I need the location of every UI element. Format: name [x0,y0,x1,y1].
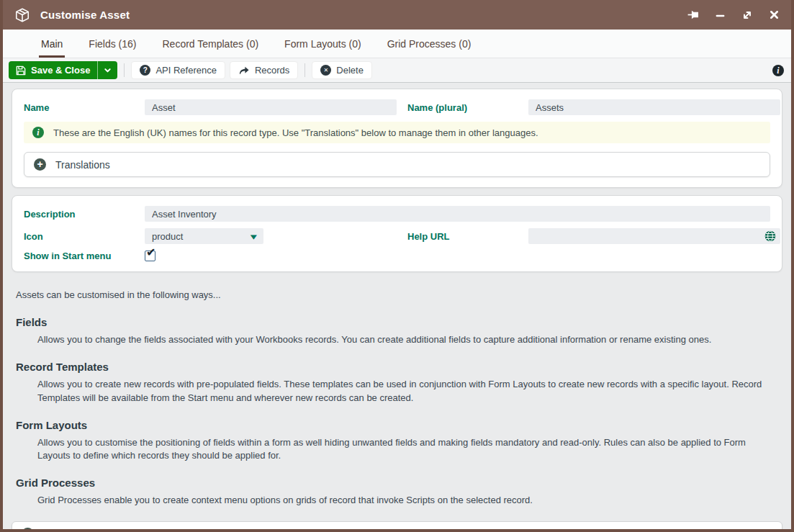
section-text: Allows you to customise the positioning … [37,436,762,464]
toolbar-separator [124,63,125,77]
close-icon[interactable] [769,9,780,20]
section-heading: Grid Processes [16,477,762,489]
description-row: Description [24,206,770,222]
section-record-templates: Record Templates Allows you to create ne… [16,361,762,405]
tab-grid-processes[interactable]: Grid Processes (0) [385,32,474,58]
records-label: Records [255,65,289,76]
section-text: Allows you to change the fields associat… [37,333,762,347]
icon-select[interactable]: product ▾ [145,228,263,244]
name-plural-input[interactable] [528,99,780,115]
icon-select-value: product [152,231,183,242]
name-plural-label: Name (plural) [407,102,528,113]
section-heading: Record Templates [16,361,762,373]
intro-text: Assets can be customised in the followin… [16,289,762,300]
delete-x-icon: ✕ [320,65,331,76]
chevron-down-icon: ▾ [251,231,257,242]
delete-button[interactable]: ✕ Delete [312,61,372,79]
info-icon[interactable]: i [772,65,784,76]
section-grid-processes: Grid Processes Grid Processes enable you… [16,477,762,508]
show-in-start-menu-label: Show in Start menu [24,251,145,261]
tab-form-layouts[interactable]: Form Layouts (0) [282,32,364,58]
save-and-close-button[interactable]: Save & Close [9,61,117,79]
details-card: Description Icon product ▾ Help URL [12,195,782,272]
main-content: Name Name (plural) i These are the Engli… [3,83,791,529]
tab-main[interactable]: Main [39,32,65,58]
window-title: Customise Asset [40,9,130,21]
icon-helpurl-row: Icon product ▾ Help URL [24,228,770,244]
icon-pair: Icon product ▾ [24,228,397,244]
tab-record-templates[interactable]: Record Templates (0) [161,32,261,58]
customise-asset-window: Customise Asset [0,0,794,532]
advanced-label: Advanced [43,528,88,529]
translations-label: Translations [55,159,110,171]
tabbar: Main Fields (16) Record Templates (0) Fo… [3,30,791,58]
save-icon [16,66,26,76]
minimize-icon[interactable] [715,9,726,20]
names-card: Name Name (plural) i These are the Engli… [12,89,782,188]
window-controls [687,9,780,21]
section-fields: Fields Allows you to change the fields a… [16,316,762,347]
save-options-chevron-icon[interactable] [98,61,117,79]
pin-icon[interactable] [687,9,699,21]
expand-plus-icon: + [22,528,34,529]
info-message-text: These are the English (UK) names for thi… [53,127,538,138]
translations-expander[interactable]: + Translations [24,152,770,177]
globe-icon [764,230,776,242]
name-input[interactable] [145,99,397,115]
advanced-expander[interactable]: + Advanced [12,521,782,529]
name-label: Name [24,102,145,113]
description-label: Description [24,209,145,220]
toolbar-separator [304,63,305,77]
package-icon [14,7,30,23]
start-menu-row: Show in Start menu ✔ [24,251,770,261]
api-reference-label: API Reference [155,65,217,76]
question-icon: ? [140,65,150,76]
section-text: Grid Processes enable you to create cont… [37,494,762,508]
tab-fields[interactable]: Fields (16) [86,32,138,58]
icon-label: Icon [24,231,145,242]
api-reference-button[interactable]: ? API Reference [131,61,225,79]
checkmark-icon: ✔ [146,245,155,259]
help-url-label: Help URL [407,231,528,242]
titlebar: Customise Asset [3,0,791,30]
records-button[interactable]: Records [230,61,298,79]
name-row: Name Name (plural) [24,99,770,115]
customisation-help-text: Assets can be customised in the followin… [12,279,782,508]
section-heading: Form Layouts [16,419,762,431]
delete-label: Delete [336,65,364,76]
info-icon: i [32,127,44,138]
help-url-input[interactable] [528,228,780,244]
show-in-start-menu-checkbox[interactable]: ✔ [145,251,155,261]
toolbar: Save & Close ? API Reference Records [3,58,791,83]
info-message-bar: i These are the English (UK) names for t… [24,122,770,143]
section-heading: Fields [16,316,762,328]
description-input[interactable] [145,206,770,222]
section-text: Allows you to create new records with pr… [37,378,762,405]
maximize-icon[interactable] [741,9,753,21]
records-arrow-icon [238,65,250,76]
expand-plus-icon: + [34,158,46,171]
section-form-layouts: Form Layouts Allows you to customise the… [16,419,762,464]
save-button-label: Save & Close [31,65,90,76]
